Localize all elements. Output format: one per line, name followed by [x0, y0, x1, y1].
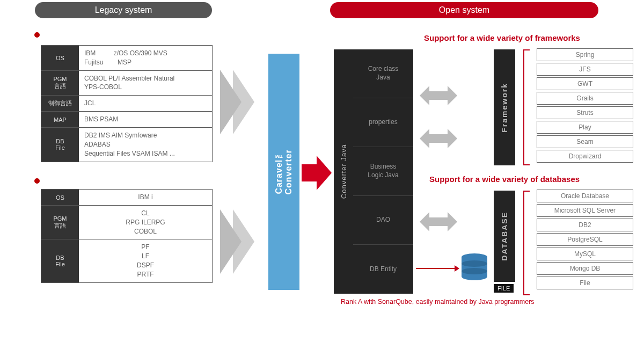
database-heading: Support for a wide variety of databases	[429, 174, 580, 184]
list-item: GWT	[537, 77, 633, 90]
bullet-icon	[34, 32, 40, 38]
row-value: CL RPG ILERPG COBOL	[79, 206, 212, 239]
framework-heading: Support for a wide variety of frameworks	[424, 33, 580, 42]
thin-red-arrow-icon	[416, 265, 459, 272]
legacy-table-ibmi: OSIBM i PGM 言語CL RPG ILERPG COBOL DB Fil…	[41, 189, 213, 283]
row-label: OS	[41, 190, 79, 205]
double-arrow-icon	[420, 129, 457, 148]
list-item: File	[537, 277, 633, 289]
list-item: PostgreSQL	[537, 233, 633, 246]
legacy-table-mainframe: OSIBM z/OS OS/390 MVS Fujitsu MSP PGM 言語…	[41, 45, 213, 162]
list-item: Microsoft SQL Server	[537, 204, 633, 217]
framework-label-box: Framework	[494, 49, 515, 165]
stack-box: Core class Java	[353, 49, 413, 98]
row-value: JCL	[79, 96, 212, 111]
stack-box: DAO	[353, 196, 413, 245]
bullet-icon	[34, 178, 40, 184]
list-item: MySQL	[537, 248, 633, 260]
double-arrow-icon	[420, 86, 457, 105]
converter-java-column: Converter Java	[334, 49, 353, 294]
open-header-pill: Open system	[330, 2, 598, 18]
list-item: Dropwizard	[537, 150, 633, 163]
list-item: Struts	[537, 106, 633, 119]
list-item: Seam	[537, 135, 633, 148]
row-label: PGM 言語	[41, 71, 79, 96]
row-value: DB2 IMS AIM Symfoware ADABAS Sequential …	[79, 128, 212, 161]
row-value: IBM i	[79, 190, 212, 205]
legacy-header-pill: Legacy system	[35, 2, 212, 18]
footnote-text: Rank A with SonarQube, easily maintained…	[341, 298, 535, 306]
row-value: COBOL PL/Ⅰ Assembler Natural YPS-COBOL	[79, 71, 212, 96]
list-item: DB2	[537, 219, 633, 231]
list-item: Mongo DB	[537, 262, 633, 275]
row-value: PF LF DSPF PRTF	[79, 239, 212, 282]
database-cylinder-icon	[462, 253, 487, 280]
row-value: IBM z/OS OS/390 MVS Fujitsu MSP	[79, 46, 212, 70]
row-label: PGM 言語	[41, 206, 79, 239]
row-label: MAP	[41, 112, 79, 127]
framework-list: Spring JFS GWT Grails Struts Play Seam D…	[537, 48, 633, 164]
java-stack-column: Core class Java properties Business Logi…	[353, 49, 413, 294]
database-label-box: DATABASE	[494, 191, 515, 282]
stack-box: DB Entity	[353, 245, 413, 294]
red-bracket-icon	[523, 191, 524, 295]
row-label: OS	[41, 46, 79, 70]
list-item: Grails	[537, 92, 633, 105]
database-list: Oracle Database Microsoft SQL Server DB2…	[537, 190, 633, 291]
list-item: Spring	[537, 48, 633, 61]
row-label: 制御言語	[41, 96, 79, 111]
file-chip: FILE	[494, 284, 514, 293]
list-item: JFS	[537, 63, 633, 76]
list-item: Oracle Database	[537, 190, 633, 202]
row-label: DB File	[41, 239, 79, 282]
list-item: Play	[537, 121, 633, 134]
stack-box: Business Logic Java	[353, 147, 413, 196]
caravel-converter: Caravel™ Converter	[268, 54, 299, 290]
row-value: BMS PSAM	[79, 112, 212, 127]
red-arrow-right-icon	[302, 156, 332, 190]
double-arrow-icon	[420, 212, 457, 231]
stack-box: properties	[353, 98, 413, 147]
red-bracket-icon	[523, 49, 524, 165]
row-label: DB File	[41, 128, 79, 161]
